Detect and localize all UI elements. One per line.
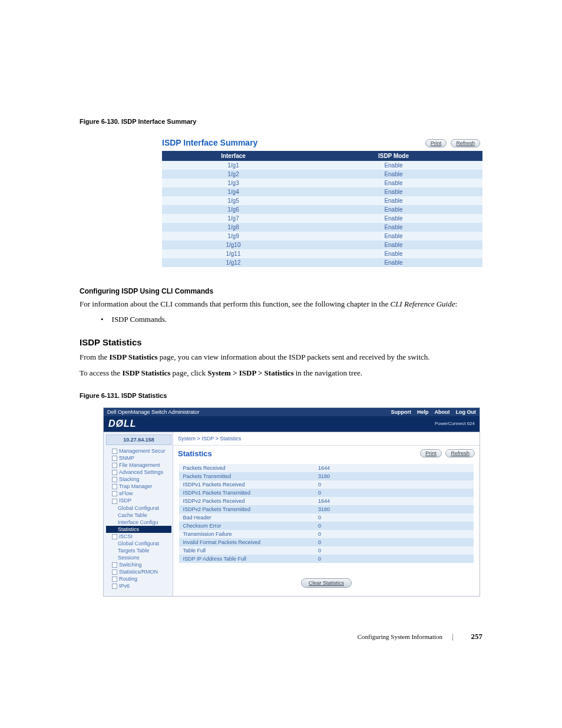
refresh-button[interactable]: Refresh: [451, 139, 480, 147]
sidebar-item[interactable]: Cache Table: [106, 512, 171, 519]
topbar-link[interactable]: Support: [391, 409, 411, 415]
sidebar-item[interactable]: iSCSI: [106, 533, 171, 540]
sidebar-item[interactable]: ISDP: [106, 497, 171, 504]
sidebar-item[interactable]: Sessions: [106, 554, 171, 561]
stat-name: ISDPv2 Packets Transmitted: [179, 505, 315, 513]
cli-ref-guide: CLI Reference Guide: [390, 299, 455, 308]
stat-name: ISDPv2 Packets Received: [179, 497, 315, 505]
isdp-statistics-heading: ISDP Statistics: [80, 337, 482, 347]
sidebar-item[interactable]: Management Secur: [106, 447, 171, 454]
sidebar-item[interactable]: sFlow: [106, 490, 171, 497]
sidebar-item[interactable]: SNMP: [106, 454, 171, 462]
stat-name: ISDPv1 Packets Transmitted: [179, 489, 315, 497]
cli-text-c: :: [455, 299, 457, 308]
stats-buttons: Print Refresh: [418, 449, 475, 457]
table-row: ISDPv1 Packets Transmitted0: [179, 489, 473, 497]
stat-value: 3180: [315, 472, 474, 480]
table-row: ISDPv2 Packets Transmitted3180: [179, 505, 473, 513]
brand-bar: DØLL PowerConnect 624: [104, 416, 480, 432]
cell-interface: 1/g1: [162, 161, 305, 170]
app-title: Dell OpenManage Switch Administrator: [107, 409, 200, 415]
stat-name: Bad Header: [179, 513, 315, 522]
table-row: Table Full0: [179, 546, 473, 555]
table-row: 1/g4Enable: [162, 187, 482, 196]
cell-mode: Enable: [305, 241, 482, 249]
p2a: To access the: [80, 368, 122, 377]
sidebar-item[interactable]: Targets Table: [106, 547, 171, 554]
clear-statistics-button[interactable]: Clear Statistics: [301, 578, 352, 588]
stat-value: 0: [315, 513, 474, 522]
cell-mode: Enable: [305, 258, 482, 267]
footer-separator: [452, 634, 453, 641]
sidebar-item[interactable]: Switching: [106, 561, 171, 568]
stat-name: Invalid Format Packets Received: [179, 538, 315, 546]
p2b: ISDP Statistics: [122, 368, 170, 377]
cell-interface: 1/g10: [162, 241, 305, 249]
cell-interface: 1/g6: [162, 205, 305, 214]
summary-title: ISDP Interface Summary: [162, 138, 257, 147]
cell-interface: 1/g8: [162, 223, 305, 232]
sidebar-item[interactable]: Interface Configu: [106, 519, 171, 526]
sidebar-item[interactable]: Advanced Settings: [106, 469, 171, 476]
table-row: 1/g1Enable: [162, 161, 482, 170]
sidebar-item[interactable]: Statistics/RMON: [106, 568, 171, 575]
refresh-button-2[interactable]: Refresh: [445, 449, 475, 457]
sidebar-item[interactable]: Statistics: [106, 526, 171, 533]
app-topbar: Dell OpenManage Switch Administrator Sup…: [104, 408, 480, 416]
cell-interface: 1/g2: [162, 170, 305, 179]
cli-text-a: For information about the CLI commands t…: [80, 299, 390, 308]
table-row: 1/g7Enable: [162, 214, 482, 223]
cell-interface: 1/g7: [162, 214, 305, 223]
topbar-link[interactable]: About: [435, 409, 450, 415]
table-row: 1/g5Enable: [162, 196, 482, 205]
cell-mode: Enable: [305, 187, 482, 196]
sidebar-item[interactable]: Global Configurat: [106, 505, 171, 512]
statistics-paragraph-1: From the ISDP Statistics page, you can v…: [80, 352, 482, 363]
stat-value: 3180: [315, 505, 474, 513]
sidebar-item[interactable]: Routing: [106, 575, 171, 582]
table-row: Packets Transmitted3180: [179, 472, 473, 480]
sidebar-item[interactable]: Stacking: [106, 476, 171, 483]
p2c: page, click: [170, 368, 207, 377]
figure-label-1: Figure 6-130. ISDP Interface Summary: [80, 118, 482, 125]
table-row: 1/g9Enable: [162, 232, 482, 241]
cell-interface: 1/g11: [162, 249, 305, 258]
isdp-summary-screenshot: ISDP Interface Summary Print Refresh Int…: [80, 133, 482, 275]
topbar-link[interactable]: Log Out: [456, 409, 477, 415]
clear-row: Clear Statistics: [173, 569, 480, 596]
cell-mode: Enable: [305, 214, 482, 223]
table-row: Packets Received1644: [179, 464, 473, 472]
print-button-2[interactable]: Print: [420, 449, 442, 457]
cell-mode: Enable: [305, 232, 482, 241]
cell-mode: Enable: [305, 205, 482, 214]
cli-subheading: Configuring ISDP Using CLI Commands: [80, 287, 482, 295]
dell-logo: DØLL: [108, 419, 137, 429]
sidebar-item[interactable]: Trap Manager: [106, 483, 171, 490]
sidebar-item[interactable]: Global Configurat: [106, 540, 171, 547]
stat-value: 0: [315, 489, 474, 497]
stat-value: 0: [315, 530, 474, 538]
cell-mode: Enable: [305, 223, 482, 232]
col-interface: Interface: [162, 151, 305, 161]
stat-name: Packets Received: [179, 464, 315, 472]
sidebar-item[interactable]: IPv6: [106, 582, 171, 589]
table-row: ISDPv1 Packets Received0: [179, 480, 473, 489]
print-button[interactable]: Print: [425, 139, 447, 147]
stat-value: 0: [315, 522, 474, 530]
stat-value: 1644: [315, 464, 474, 472]
p2e: in the navigation tree.: [293, 368, 362, 377]
stat-name: Transmission Failure: [179, 530, 315, 538]
statistics-paragraph-2: To access the ISDP Statistics page, clic…: [80, 368, 482, 379]
stat-name: Packets Transmitted: [179, 472, 315, 480]
breadcrumb: System > ISDP > Statistics: [173, 432, 480, 446]
nav-sidebar: 10.27.64.158 Management SecurSNMPFile Ma…: [104, 432, 173, 596]
cell-interface: 1/g4: [162, 187, 305, 196]
cli-paragraph: For information about the CLI commands t…: [80, 299, 482, 310]
stat-value: 0: [315, 555, 474, 563]
cell-mode: Enable: [305, 170, 482, 179]
sidebar-item[interactable]: File Management: [106, 462, 171, 469]
page-number: 257: [471, 632, 483, 641]
table-row: Checksum Error0: [179, 522, 473, 530]
table-row: 1/g6Enable: [162, 205, 482, 214]
topbar-link[interactable]: Help: [417, 409, 429, 415]
